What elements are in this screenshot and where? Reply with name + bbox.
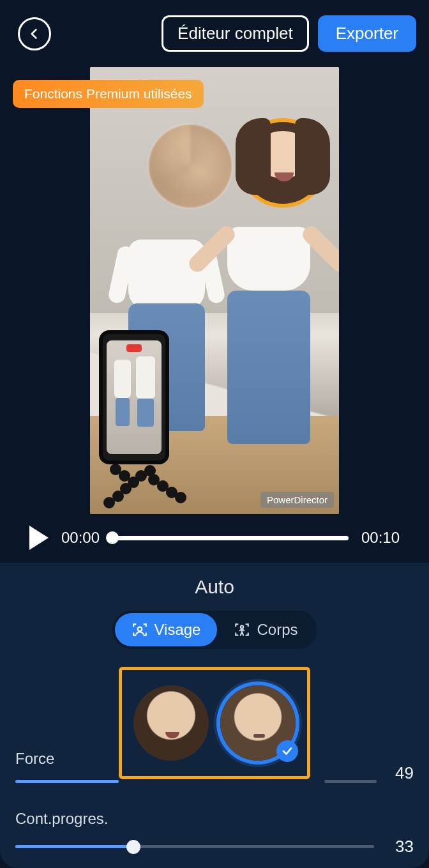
back-button[interactable] xyxy=(18,17,51,50)
watermark: PowerDirector xyxy=(260,492,334,508)
tab-body-label: Corps xyxy=(257,621,297,639)
video-preview[interactable]: PowerDirector xyxy=(90,67,339,514)
svg-point-12 xyxy=(137,627,142,632)
premium-badge: Fonctions Premium utilisées xyxy=(13,80,204,108)
seek-thumb[interactable] xyxy=(106,531,119,544)
phone-prop xyxy=(99,330,169,464)
force-label: Force xyxy=(15,750,54,768)
export-button[interactable]: Exporter xyxy=(318,15,416,52)
header: Éditeur complet Exporter xyxy=(0,0,429,59)
svg-point-7 xyxy=(103,497,115,508)
feather-thumb[interactable] xyxy=(126,840,140,854)
face-option-2[interactable] xyxy=(220,685,296,761)
panel-title: Auto xyxy=(15,576,414,598)
feather-slider[interactable] xyxy=(15,845,374,848)
chevron-left-icon xyxy=(28,27,41,40)
tab-body[interactable]: Corps xyxy=(217,613,314,646)
time-total: 00:10 xyxy=(361,529,400,547)
header-buttons: Éditeur complet Exporter xyxy=(162,15,416,52)
face-option-1[interactable] xyxy=(133,685,209,761)
video-area: Fonctions Premium utilisées xyxy=(13,67,416,563)
feather-value: 33 xyxy=(386,837,414,857)
face-marker-blurred[interactable] xyxy=(149,125,232,208)
controls-panel: Auto Visage Corps xyxy=(0,563,429,868)
detection-segment: Visage Corps xyxy=(112,611,317,649)
time-current: 00:00 xyxy=(61,529,100,547)
seek-slider[interactable] xyxy=(112,536,349,540)
force-slider-left[interactable] xyxy=(15,780,119,783)
tab-face[interactable]: Visage xyxy=(115,613,218,646)
face-detect-icon xyxy=(132,621,148,638)
full-editor-button[interactable]: Éditeur complet xyxy=(162,15,309,52)
face-picker-highlight xyxy=(119,667,310,779)
tab-face-label: Visage xyxy=(154,621,201,639)
force-slider-right[interactable] xyxy=(324,780,377,783)
play-button[interactable] xyxy=(29,526,49,550)
check-icon xyxy=(276,740,298,762)
feather-label: Cont.progres. xyxy=(15,810,414,828)
body-detect-icon xyxy=(234,621,250,638)
playback-bar: 00:00 00:10 xyxy=(13,514,416,563)
svg-point-11 xyxy=(175,492,186,503)
tripod-prop xyxy=(96,457,199,514)
force-value: 49 xyxy=(386,763,414,783)
face-marker-selected[interactable] xyxy=(238,118,327,208)
